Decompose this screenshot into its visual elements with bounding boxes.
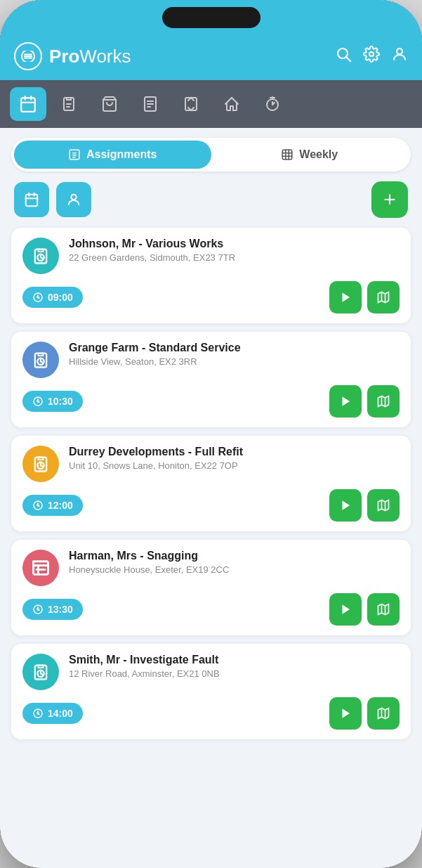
svg-marker-61 xyxy=(378,500,389,511)
svg-marker-60 xyxy=(343,500,350,510)
svg-marker-45 xyxy=(378,292,389,303)
toolbar-row: + xyxy=(11,181,411,218)
card-bottom: 14:00 xyxy=(22,697,400,730)
card-info: Grange Farm - Standard Service Hillside … xyxy=(69,342,400,367)
assignment-card: Harman, Mrs - Snagging Honeysuckle House… xyxy=(11,540,411,635)
user-icon[interactable] xyxy=(391,46,408,67)
svg-rect-20 xyxy=(185,98,197,110)
nav-item-document[interactable] xyxy=(132,87,169,121)
card-avatar xyxy=(22,342,59,378)
phone-screen: ProWorks xyxy=(0,0,422,868)
svg-point-51 xyxy=(37,401,39,402)
play-button[interactable] xyxy=(329,281,362,313)
svg-marker-71 xyxy=(343,604,350,614)
card-address: Honeysuckle House, Exeter, EX19 2CC xyxy=(69,564,400,575)
notch xyxy=(162,7,261,28)
assignment-card: Durrey Developments - Full Refit Unit 10… xyxy=(11,436,411,531)
assignment-card: Grange Farm - Standard Service Hillside … xyxy=(11,332,411,427)
card-top: Durrey Developments - Full Refit Unit 10… xyxy=(22,446,400,482)
svg-rect-64 xyxy=(34,562,48,575)
svg-point-78 xyxy=(37,713,39,714)
map-button[interactable] xyxy=(367,697,400,730)
card-bottom: 13:30 xyxy=(22,593,400,626)
nav-item-cart[interactable] xyxy=(91,87,128,121)
play-button[interactable] xyxy=(329,697,362,730)
card-info: Johnson, Mr - Various Works 22 Green Gar… xyxy=(69,238,400,263)
toolbar-left xyxy=(14,182,91,217)
card-top: Harman, Mrs - Snagging Honeysuckle House… xyxy=(22,550,400,586)
card-bottom: 10:30 xyxy=(22,385,400,417)
svg-rect-30 xyxy=(283,150,293,160)
nav-item-timer[interactable] xyxy=(254,87,291,121)
card-avatar xyxy=(22,550,59,586)
menu-icon[interactable] xyxy=(14,42,42,70)
time-badge: 10:30 xyxy=(22,391,83,412)
card-info: Harman, Mrs - Snagging Honeysuckle House… xyxy=(69,550,400,575)
calendar-filter-button[interactable] xyxy=(14,182,49,217)
svg-rect-35 xyxy=(26,195,38,207)
nav-bar xyxy=(0,80,422,128)
card-actions xyxy=(329,489,400,522)
card-title: Smith, Mr - Investigate Fault xyxy=(69,654,400,666)
header-left: ProWorks xyxy=(14,42,131,70)
svg-rect-8 xyxy=(21,98,35,112)
search-icon[interactable] xyxy=(335,46,352,67)
card-actions xyxy=(329,385,400,417)
phone-frame: ProWorks xyxy=(0,0,422,868)
nav-item-calendar[interactable] xyxy=(10,87,46,121)
card-avatar xyxy=(22,446,59,482)
app-title: ProWorks xyxy=(49,46,131,67)
tab-weekly[interactable]: Weekly xyxy=(211,141,409,169)
assignment-card: Johnson, Mr - Various Works 22 Green Gar… xyxy=(11,228,411,323)
map-button[interactable] xyxy=(367,281,400,313)
nav-item-transfer[interactable] xyxy=(173,87,209,121)
card-avatar xyxy=(22,238,59,274)
tab-assignments[interactable]: Assignments xyxy=(14,141,211,169)
card-address: Unit 10, Snows Lane, Honiton, EX22 7OP xyxy=(69,460,400,471)
svg-line-5 xyxy=(347,58,351,62)
map-button[interactable] xyxy=(367,489,400,522)
card-top: Grange Farm - Standard Service Hillside … xyxy=(22,342,400,378)
card-actions xyxy=(329,593,400,626)
card-info: Smith, Mr - Investigate Fault 12 River R… xyxy=(69,654,400,679)
card-top: Smith, Mr - Investigate Fault 12 River R… xyxy=(22,654,400,690)
svg-marker-79 xyxy=(343,708,350,718)
tab-switcher: Assignments Weekly xyxy=(11,138,411,171)
assignments-list: Johnson, Mr - Various Works 22 Green Gar… xyxy=(11,228,411,739)
card-top: Johnson, Mr - Various Works 22 Green Gar… xyxy=(22,238,400,274)
person-filter-button[interactable] xyxy=(56,182,91,217)
map-button[interactable] xyxy=(367,385,400,417)
nav-item-home[interactable] xyxy=(213,87,250,121)
card-actions xyxy=(329,281,400,313)
time-badge: 09:00 xyxy=(22,287,83,308)
svg-point-70 xyxy=(37,609,39,610)
card-bottom: 09:00 xyxy=(22,281,400,313)
card-title: Grange Farm - Standard Service xyxy=(69,342,400,354)
svg-point-59 xyxy=(37,505,39,506)
svg-marker-44 xyxy=(343,292,350,302)
svg-marker-53 xyxy=(378,396,389,407)
play-button[interactable] xyxy=(329,593,362,626)
svg-point-7 xyxy=(397,48,402,54)
card-address: Hillside View, Seaton, EX2 3RR xyxy=(69,356,400,367)
card-title: Harman, Mrs - Snagging xyxy=(69,550,400,562)
add-assignment-button[interactable]: + xyxy=(371,181,408,218)
play-button[interactable] xyxy=(329,489,362,522)
settings-icon[interactable] xyxy=(363,46,380,67)
play-button[interactable] xyxy=(329,385,362,417)
card-bottom: 12:00 xyxy=(22,489,400,522)
assignment-card: Smith, Mr - Investigate Fault 12 River R… xyxy=(11,644,411,739)
content-area: Assignments Weekly xyxy=(0,128,422,868)
svg-marker-72 xyxy=(378,604,389,615)
map-button[interactable] xyxy=(367,593,400,626)
card-address: 12 River Road, Axminster, EX21 0NB xyxy=(69,668,400,679)
card-actions xyxy=(329,697,400,730)
svg-marker-52 xyxy=(343,396,350,406)
time-badge: 13:30 xyxy=(22,599,83,620)
svg-marker-80 xyxy=(378,708,389,719)
card-address: 22 Green Gardens, Sidmouth, EX23 7TR xyxy=(69,252,400,263)
time-badge: 14:00 xyxy=(22,703,83,724)
time-badge: 12:00 xyxy=(22,495,83,516)
card-avatar xyxy=(22,654,59,690)
nav-item-clipboard[interactable] xyxy=(51,87,87,121)
